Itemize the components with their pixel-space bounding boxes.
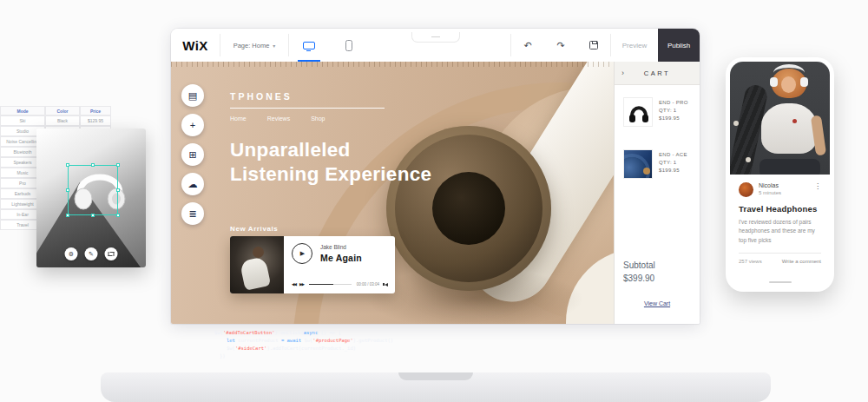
- player-main: ▶ Jake Blind Me Again ◀◀ ▶▶ 00:00 / 03:0…: [284, 236, 395, 293]
- save-icon: [589, 41, 598, 49]
- settings-button[interactable]: ⚙: [65, 247, 78, 260]
- artist-name: Jake Blind: [320, 244, 362, 250]
- image-editor-panel: ⚙ ✎: [36, 129, 146, 267]
- pages-icon: ▤: [188, 91, 197, 101]
- column-header[interactable]: Mode: [0, 106, 45, 115]
- content-manager-button[interactable]: ≣: [181, 202, 204, 225]
- column-header[interactable]: Color: [45, 106, 80, 115]
- track-title: Me Again: [320, 253, 362, 263]
- mobile-view-button[interactable]: [329, 29, 369, 62]
- undo-button[interactable]: ↶: [511, 29, 544, 62]
- upload-icon: ☁: [188, 180, 198, 189]
- code-token: = await: [281, 338, 301, 343]
- device-switcher: [289, 29, 369, 62]
- save-button[interactable]: [577, 29, 610, 62]
- phone-mockup: Nicolas 5 minutes ⋮ Travel Headphones I'…: [726, 57, 834, 292]
- reviewer-id: Nicolas 5 minutes: [759, 182, 781, 195]
- photo-figure-shirt: [240, 256, 271, 290]
- views-count: 257 views: [739, 259, 762, 264]
- nav-link-home[interactable]: Home: [230, 115, 247, 122]
- review-body: I've reviewed dozens of pairs headphones…: [739, 218, 821, 245]
- view-cart-link[interactable]: View Cart: [644, 300, 670, 306]
- code-token: '#productPage': [312, 338, 352, 343]
- code-token: ).addToCart(currentProduct._id): [266, 346, 356, 351]
- upload-button[interactable]: ☁: [181, 173, 204, 195]
- selection-handle[interactable]: [116, 214, 120, 217]
- new-arrivals-label[interactable]: New Arrivals: [230, 225, 278, 233]
- nav-link-reviews[interactable]: Reviews: [267, 115, 290, 122]
- code-token: $w(: [214, 330, 223, 335]
- product-qty: QTY: 1: [659, 160, 687, 165]
- pages-button[interactable]: ▤: [181, 84, 204, 107]
- add-button[interactable]: +: [181, 114, 204, 136]
- cart-item: END - ACEQTY: 1$199.95: [623, 149, 691, 179]
- product-qty: QTY: 1: [659, 108, 688, 113]
- code-token: }): [220, 353, 226, 359]
- add-apps-button[interactable]: ⊞: [181, 143, 204, 166]
- code-snippet: $w('#addToCartButton').onClick(async () …: [214, 329, 393, 360]
- editor-top-tab[interactable]: [411, 32, 460, 43]
- next-track-button[interactable]: ▶▶: [299, 282, 304, 287]
- edit-button[interactable]: ✎: [85, 247, 98, 260]
- selection-handle[interactable]: [66, 188, 69, 192]
- editor-tools-column: ▤+⊞☁≣: [181, 84, 204, 225]
- site-canvas: ▤+⊞☁≣ TPHONES HomeReviewsShop Unparallel…: [171, 62, 614, 324]
- add-icon: +: [190, 121, 195, 130]
- previous-track-button[interactable]: ◀◀: [292, 282, 296, 287]
- product-price: $199.95: [659, 168, 687, 173]
- code-line: $w('#addToCartButton').onClick(async () …: [214, 329, 393, 337]
- wix-logo: WiX: [171, 29, 220, 62]
- selection-handle[interactable]: [116, 163, 120, 167]
- table-cell[interactable]: Black: [45, 115, 80, 126]
- publish-button[interactable]: Publish: [658, 29, 700, 62]
- progress-bar[interactable]: [309, 284, 352, 286]
- crop-button[interactable]: [105, 247, 118, 260]
- code-token: ).getProduct(): [353, 338, 393, 343]
- gear-icon: ⚙: [69, 251, 74, 258]
- code-token: '#addToCartButton': [223, 330, 275, 335]
- table-cell[interactable]: Ski: [0, 115, 45, 126]
- hero-heading[interactable]: Unparalleled Listening Experience: [230, 138, 431, 187]
- promo-stage: $w('#addToCartButton').onClick(async () …: [0, 0, 868, 402]
- cart-header: › CART: [615, 62, 700, 85]
- code-token: currentProduct: [235, 338, 281, 343]
- selection-handle[interactable]: [91, 214, 95, 217]
- table-header-row: ModeColorPrice: [0, 106, 111, 115]
- selection-handle[interactable]: [116, 188, 120, 192]
- redo-button[interactable]: ↷: [544, 29, 577, 62]
- laptop-base: [101, 372, 771, 402]
- home-indicator[interactable]: [769, 281, 792, 283]
- selection-box[interactable]: [68, 165, 118, 215]
- desktop-view-button[interactable]: [289, 29, 329, 62]
- collapse-cart-icon[interactable]: ›: [621, 69, 624, 77]
- column-header[interactable]: Price: [80, 106, 111, 115]
- kebab-menu-icon[interactable]: ⋮: [814, 182, 821, 190]
- cart-item-meta: END - PROQTY: 1$199.95: [659, 97, 688, 127]
- selection-handle[interactable]: [66, 163, 69, 167]
- page-selector-label: Page: Home: [233, 42, 270, 49]
- preview-button[interactable]: Preview: [611, 29, 658, 62]
- code-token: async: [304, 330, 319, 335]
- crop-icon: [108, 251, 115, 257]
- table-cell[interactable]: $129.95: [80, 115, 111, 126]
- image-tools: ⚙ ✎: [65, 247, 118, 260]
- write-comment-link[interactable]: Write a comment: [782, 259, 821, 264]
- volume-icon[interactable]: [383, 283, 388, 287]
- table-row[interactable]: SkiBlack$129.95: [0, 115, 111, 126]
- code-token: $w(: [301, 338, 312, 343]
- add-apps-icon: ⊞: [188, 150, 196, 160]
- selection-handle[interactable]: [66, 214, 69, 217]
- nav-link-shop[interactable]: Shop: [311, 115, 325, 122]
- site-brand[interactable]: TPHONES: [230, 91, 385, 102]
- cart-item-meta: END - ACEQTY: 1$199.95: [659, 149, 687, 179]
- product-price: $199.95: [659, 115, 688, 121]
- figure-face: [781, 76, 796, 93]
- page-selector[interactable]: Page: Home ▾: [220, 29, 288, 62]
- cart-title: CART: [644, 69, 670, 77]
- selection-handle[interactable]: [91, 163, 95, 167]
- desktop-icon: [303, 42, 315, 49]
- review-timestamp: 5 minutes: [759, 190, 781, 195]
- code-token: let: [227, 338, 235, 343]
- play-button[interactable]: ▶: [292, 243, 312, 264]
- undo-icon: ↶: [523, 40, 531, 51]
